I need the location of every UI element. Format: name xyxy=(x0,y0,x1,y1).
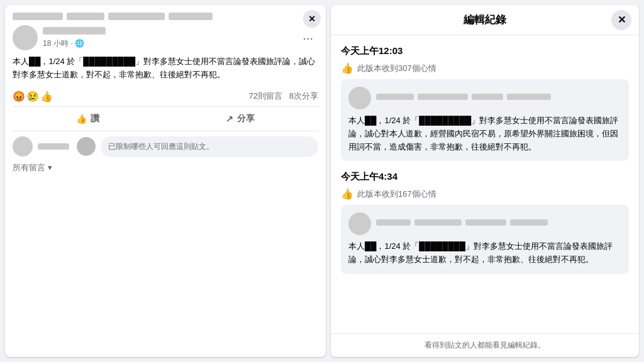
comment-section: 已限制哪些人可回應這則貼文。 所有留言 ▾ xyxy=(13,131,318,178)
thumbs-up-icon-2: 👍 xyxy=(341,188,353,200)
chevron-down-icon: ▾ xyxy=(48,163,52,172)
edit-history-close-button[interactable]: ✕ xyxy=(611,10,631,30)
reactions-count-2: 👍 此版本收到167個心情 xyxy=(341,188,629,200)
comment-row: 已限制哪些人可回應這則貼文。 xyxy=(13,136,318,157)
edit-avatar-2 xyxy=(348,212,371,235)
like-emoji: 👍 xyxy=(40,90,53,102)
more-options-button[interactable]: ··· xyxy=(297,28,318,48)
edit-card-text-2: 本人██，1/24 於「████████」對李多慧女士使用不當言論發表國旅評論，… xyxy=(348,240,621,266)
like-button[interactable]: 👍 讚 xyxy=(64,109,112,128)
edit-card-text-1: 本人██，1/24 於「█████████」對李多慧女士使用不當言論發表國旅評論… xyxy=(348,114,621,153)
reaction-icons: 😡 😢 👍 xyxy=(13,90,53,102)
edit-entry-2: 今天上午4:34 👍 此版本收到167個心情 xyxy=(341,171,629,274)
thumbs-up-icon-1: 👍 xyxy=(341,62,353,74)
share-button[interactable]: ↗ 分享 xyxy=(213,109,267,128)
angry-emoji: 😡 xyxy=(13,90,25,102)
post-meta: 18 小時 · 🌐 xyxy=(43,27,106,49)
edit-history-panel: 編輯紀錄 ✕ 今天上午12:03 👍 此版本收到307個心情 xyxy=(331,5,639,357)
post-stats: 😡 😢 👍 72則留言 8次分享 xyxy=(13,87,318,107)
edit-card-1: 本人██，1/24 於「█████████」對李多慧女士使用不當言論發表國旅評論… xyxy=(341,79,629,161)
commenter-avatar-2 xyxy=(77,137,96,156)
commenter-avatar xyxy=(13,136,33,156)
edit-timestamp-2: 今天上午4:34 xyxy=(341,171,629,183)
edit-card-name-area-1 xyxy=(376,94,621,102)
avatar xyxy=(13,25,38,50)
sad-emoji: 😢 xyxy=(26,90,39,102)
edit-card-header-2 xyxy=(348,212,621,235)
facebook-post-panel: ✕ 18 小時 · 🌐 ··· 本人██，1/24 於「█████████」對李… xyxy=(5,5,326,357)
like-icon: 👍 xyxy=(76,114,87,124)
post-engagement: 72則留言 8次分享 xyxy=(248,90,318,102)
reactions-count-1: 👍 此版本收到307個心情 xyxy=(341,62,629,74)
edit-card-header-1 xyxy=(348,87,621,109)
edit-history-title: 編輯紀錄 xyxy=(464,13,506,27)
edit-history-footer: 看得到貼文的人都能看見編輯紀錄。 xyxy=(331,333,639,357)
edit-history-content: 今天上午12:03 👍 此版本收到307個心情 xyxy=(331,35,639,333)
share-icon: ↗ xyxy=(226,114,233,124)
comment-bubble[interactable]: 已限制哪些人可回應這則貼文。 xyxy=(101,136,318,157)
all-comments-toggle[interactable]: 所有留言 ▾ xyxy=(13,162,318,173)
post-actions: 👍 讚 ↗ 分享 xyxy=(13,107,318,131)
left-panel-close-button[interactable]: ✕ xyxy=(303,10,321,28)
edit-card-2: 本人██，1/24 於「████████」對李多慧女士使用不當言論發表國旅評論，… xyxy=(341,205,629,274)
post-time: 18 小時 · 🌐 xyxy=(43,38,106,49)
edit-card-name-area-2 xyxy=(376,219,621,228)
post-header: 18 小時 · 🌐 ··· xyxy=(13,25,318,50)
edit-avatar-1 xyxy=(348,87,371,109)
edit-timestamp-1: 今天上午12:03 xyxy=(341,45,629,57)
edit-entry-1: 今天上午12:03 👍 此版本收到307個心情 xyxy=(341,45,629,161)
edit-history-header: 編輯紀錄 ✕ xyxy=(331,5,639,35)
post-content: 本人██，1/24 於「█████████」對李多慧女士使用不當言論發表國旅評論… xyxy=(13,55,318,82)
